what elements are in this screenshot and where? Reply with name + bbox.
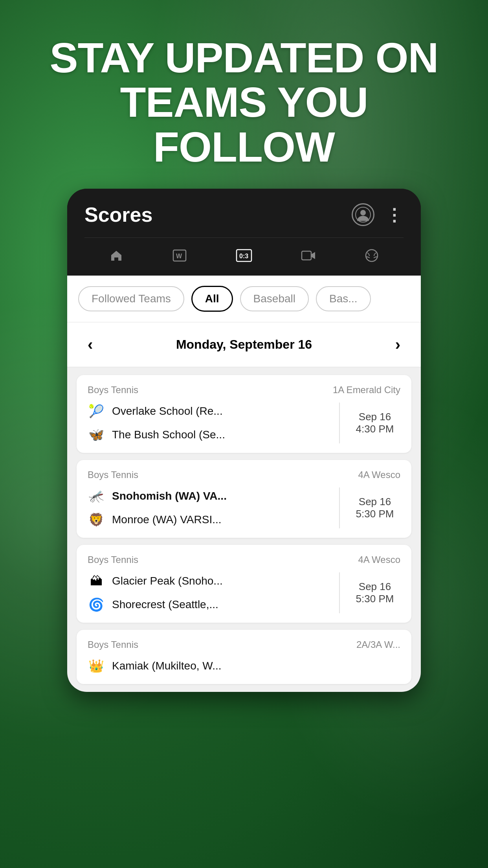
- game-card-2[interactable]: Boys Tennis 4A Wesco 🦟 Snohomish (WA) VA…: [77, 460, 411, 538]
- team-logo-2b: 🦁: [88, 511, 105, 528]
- next-date-button[interactable]: ›: [389, 332, 407, 357]
- divider-1: [339, 403, 340, 443]
- game-sport-1: Boys Tennis: [88, 384, 138, 395]
- svg-rect-6: [302, 251, 311, 260]
- game-card-3[interactable]: Boys Tennis 4A Wesco 🏔 Glacier Peak (Sno…: [77, 545, 411, 623]
- phone-mockup: Scores ⋮: [67, 189, 421, 692]
- filter-row: Followed Teams All Baseball Bas...: [67, 276, 421, 322]
- game-sport-3: Boys Tennis: [88, 554, 138, 565]
- team-row-1a: 🎾 Overlake School (Re...: [88, 403, 330, 420]
- game-card-1[interactable]: Boys Tennis 1A Emerald City 🎾 Overlake S…: [77, 375, 411, 453]
- divider-3: [339, 572, 340, 613]
- team-name-1b: The Bush School (Se...: [112, 428, 225, 441]
- game-league-1: 1A Emerald City: [333, 384, 400, 395]
- content-area: Followed Teams All Baseball Bas... ‹ Mon…: [67, 276, 421, 692]
- game-league-2: 4A Wesco: [358, 469, 400, 480]
- app-header: Scores ⋮: [67, 189, 421, 276]
- filter-all[interactable]: All: [191, 286, 233, 312]
- team-logo-1a: 🎾: [88, 403, 105, 420]
- prev-date-button[interactable]: ‹: [81, 332, 99, 357]
- svg-text:0:3: 0:3: [239, 253, 248, 259]
- scoreboard-icon: 0:3: [236, 247, 252, 266]
- team-logo-3b: 🌀: [88, 596, 105, 613]
- sports-icon: [364, 248, 379, 265]
- team-row-1b: 🦋 The Bush School (Se...: [88, 426, 330, 443]
- game-sport-2: Boys Tennis: [88, 469, 138, 480]
- team-logo-4a: 👑: [88, 657, 105, 675]
- current-date: Monday, September 16: [176, 337, 312, 352]
- nav-tab-home[interactable]: [101, 244, 132, 269]
- header-icons: ⋮: [352, 203, 404, 226]
- home-icon: [109, 248, 124, 265]
- team-logo-2a: 🦟: [88, 487, 105, 505]
- games-list: Boys Tennis 1A Emerald City 🎾 Overlake S…: [67, 367, 421, 692]
- game-league-4: 2A/3A W...: [356, 639, 400, 650]
- nav-tab-video[interactable]: [293, 244, 324, 269]
- svg-point-1: [360, 210, 366, 215]
- game-card-4[interactable]: Boys Tennis 2A/3A W... 👑 Kamiak (Mukilte…: [77, 630, 411, 684]
- filter-bas2[interactable]: Bas...: [316, 286, 371, 311]
- video-icon: [301, 248, 316, 265]
- hero-line2: TEAMS YOU FOLLOW: [120, 78, 368, 170]
- hero-section: STAY UPDATED ON TEAMS YOU FOLLOW: [0, 35, 488, 169]
- team-name-3b: Shorecrest (Seattle,...: [112, 598, 218, 611]
- team-name-2b: Monroe (WA) VARSI...: [112, 513, 222, 526]
- hero-title: STAY UPDATED ON TEAMS YOU FOLLOW: [31, 35, 457, 169]
- team-row-4a: 👑 Kamiak (Mukilteo, W...: [88, 657, 400, 675]
- game-sport-4: Boys Tennis: [88, 639, 138, 650]
- nav-tab-scoreboard[interactable]: 0:3: [228, 243, 260, 270]
- team-row-2b: 🦁 Monroe (WA) VARSI...: [88, 511, 330, 528]
- nav-tabs: W 0:3: [84, 237, 404, 276]
- team-name-3a: Glacier Peak (Snoho...: [112, 575, 223, 587]
- team-row-3b: 🌀 Shorecrest (Seattle,...: [88, 596, 330, 613]
- game-time-2: Sep 16 5:30 PM: [349, 487, 400, 528]
- game-time-1: Sep 16 4:30 PM: [349, 403, 400, 443]
- nav-tab-sports[interactable]: [356, 244, 387, 269]
- app-title: Scores: [84, 203, 152, 226]
- team-name-1a: Overlake School (Re...: [112, 405, 223, 417]
- filter-baseball[interactable]: Baseball: [240, 286, 309, 311]
- date-navigation: ‹ Monday, September 16 ›: [67, 322, 421, 367]
- filter-followed-teams[interactable]: Followed Teams: [78, 286, 184, 311]
- svg-text:W: W: [176, 253, 182, 259]
- team-logo-3a: 🏔: [88, 572, 105, 590]
- team-name-2a: Snohomish (WA) VA...: [112, 490, 227, 502]
- game-league-3: 4A Wesco: [358, 554, 400, 565]
- hero-line1: STAY UPDATED ON: [50, 34, 438, 81]
- team-row-2a: 🦟 Snohomish (WA) VA...: [88, 487, 330, 505]
- team-row-3a: 🏔 Glacier Peak (Snoho...: [88, 572, 330, 590]
- scores-icon: W: [172, 248, 187, 265]
- svg-point-7: [366, 250, 378, 261]
- more-options-icon[interactable]: ⋮: [385, 205, 404, 225]
- profile-icon[interactable]: [352, 203, 374, 226]
- game-time-3: Sep 16 5:30 PM: [349, 572, 400, 613]
- team-name-4a: Kamiak (Mukilteo, W...: [112, 660, 222, 672]
- divider-2: [339, 487, 340, 528]
- nav-tab-scores[interactable]: W: [164, 244, 195, 269]
- team-logo-1b: 🦋: [88, 426, 105, 443]
